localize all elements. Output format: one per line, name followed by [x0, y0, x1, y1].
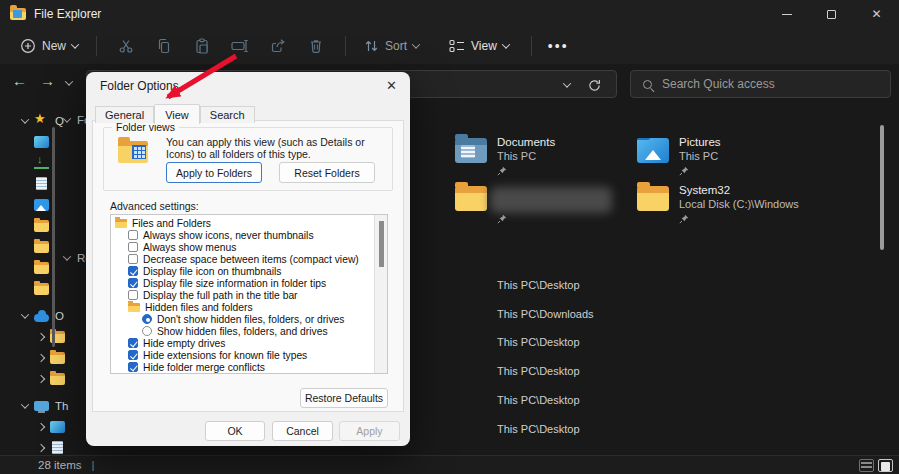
expander-chevron-icon[interactable]: [38, 445, 50, 451]
setting-control-icon[interactable]: [128, 254, 138, 264]
delete-button[interactable]: [297, 38, 335, 54]
advanced-setting-row[interactable]: Decrease space between items (compact vi…: [111, 253, 375, 265]
recent-file-location[interactable]: This PC\Desktop: [497, 394, 580, 406]
apply-button[interactable]: Apply: [339, 421, 400, 441]
setting-control-icon[interactable]: [128, 350, 138, 360]
setting-control-icon[interactable]: [128, 242, 138, 252]
setting-control-icon[interactable]: [128, 362, 138, 372]
pin-icon: [679, 214, 689, 224]
content-scrollbar[interactable]: [880, 125, 884, 250]
setting-label: Hide folder merge conflicts: [143, 362, 265, 373]
advanced-setting-row[interactable]: Hidden files and folders: [111, 301, 375, 313]
toolbar-divider: [345, 36, 346, 56]
forward-button[interactable]: →: [40, 72, 55, 89]
reset-folders-button[interactable]: Reset Folders: [279, 162, 375, 183]
search-icon: [643, 80, 652, 89]
dialog-tab[interactable]: View: [154, 104, 200, 124]
maximize-button[interactable]: [809, 0, 854, 28]
setting-control-icon[interactable]: [128, 278, 138, 288]
advanced-setting-row[interactable]: Show hidden files, folders, and drives: [111, 325, 375, 337]
setting-control-icon[interactable]: [128, 290, 138, 300]
share-button[interactable]: [259, 38, 297, 54]
sidebar-item-icon: [34, 136, 49, 148]
setting-label: Hide empty drives: [143, 338, 225, 349]
copy-button[interactable]: [145, 38, 183, 54]
advanced-setting-row[interactable]: Always show icons, never thumbnails: [111, 229, 375, 241]
advanced-setting-row[interactable]: Display the full path in the title bar: [111, 289, 375, 301]
status-divider: |: [91, 459, 94, 471]
expander-chevron-icon[interactable]: [22, 313, 34, 319]
advanced-setting-row[interactable]: Don't show hidden files, folders, or dri…: [111, 313, 375, 325]
setting-label: Show hidden files, folders, and drives: [157, 326, 328, 337]
advanced-setting-row[interactable]: Files and Folders: [111, 217, 375, 229]
advanced-setting-row[interactable]: Always show menus: [111, 241, 375, 253]
close-button[interactable]: ✕: [854, 0, 899, 28]
details-view-toggle[interactable]: [859, 459, 874, 472]
sort-button[interactable]: Sort: [356, 33, 427, 59]
copy-icon: [156, 38, 172, 54]
advanced-setting-row[interactable]: [111, 373, 375, 374]
setting-control-icon[interactable]: [115, 219, 127, 228]
advanced-setting-row[interactable]: Hide extensions for known file types: [111, 349, 375, 361]
minimize-button[interactable]: [764, 0, 809, 28]
folder-tile-name: Pictures: [679, 136, 721, 148]
paste-button[interactable]: [183, 38, 221, 54]
advanced-setting-row[interactable]: Hide folder merge conflicts: [111, 361, 375, 373]
restore-defaults-button[interactable]: Restore Defaults: [300, 388, 388, 408]
folder-app-icon: [10, 8, 26, 20]
setting-control-icon[interactable]: [128, 266, 138, 276]
refresh-icon[interactable]: [587, 78, 602, 93]
setting-label: Files and Folders: [132, 218, 211, 229]
dialog-close-icon[interactable]: ✕: [386, 78, 397, 93]
cut-button[interactable]: [107, 38, 145, 54]
recent-locations-chevron-icon[interactable]: [65, 77, 73, 85]
large-icons-view-toggle[interactable]: [878, 459, 893, 472]
sidebar-scrollbar[interactable]: [52, 127, 55, 347]
recent-file-location[interactable]: This PC\Downloads: [497, 308, 594, 320]
recent-file-location[interactable]: This PC\Desktop: [497, 423, 580, 435]
advanced-setting-row[interactable]: Display file icon on thumbnails: [111, 265, 375, 277]
list-scrollbar-thumb[interactable]: [379, 221, 384, 267]
folder-tile[interactable]: System32 Local Disk (C:)\Windows: [637, 184, 817, 232]
folder-tile[interactable]: Documents This PC: [455, 136, 635, 184]
setting-control-icon[interactable]: [142, 326, 152, 336]
advanced-setting-row[interactable]: Display file size information in folder …: [111, 277, 375, 289]
see-more-button[interactable]: •••: [548, 38, 569, 54]
recent-file-location[interactable]: This PC\Desktop: [497, 365, 580, 377]
cancel-button[interactable]: Cancel: [272, 421, 333, 441]
recent-file-location[interactable]: This PC\Desktop: [497, 336, 580, 348]
setting-control-icon[interactable]: [128, 338, 138, 348]
rename-button[interactable]: [221, 38, 259, 54]
sidebar-item-icon: [34, 314, 49, 322]
expander-chevron-icon[interactable]: [38, 376, 50, 382]
setting-control-icon[interactable]: [142, 314, 152, 324]
ok-button[interactable]: OK: [205, 421, 265, 441]
folder-views-group: Folder views You can apply this view (su…: [103, 127, 393, 191]
apply-to-folders-button[interactable]: Apply to Folders: [166, 162, 262, 183]
address-dropdown-chevron-icon[interactable]: [563, 79, 571, 87]
setting-control-icon[interactable]: [128, 230, 138, 240]
setting-label: Decrease space between items (compact vi…: [143, 254, 359, 265]
dialog-tab[interactable]: Search: [200, 106, 255, 123]
setting-control-icon[interactable]: [128, 303, 140, 312]
expander-chevron-icon[interactable]: [38, 334, 50, 340]
expander-chevron-icon[interactable]: [38, 424, 50, 430]
advanced-setting-row[interactable]: Hide empty drives: [111, 337, 375, 349]
expander-chevron-icon[interactable]: [22, 403, 34, 409]
expander-chevron-icon[interactable]: [22, 118, 34, 124]
search-input[interactable]: Search Quick access: [630, 70, 891, 98]
chevron-down-icon: [412, 40, 420, 48]
view-button[interactable]: View: [441, 33, 517, 59]
recent-file-location[interactable]: This PC\Desktop: [497, 279, 580, 291]
folder-tile[interactable]: [455, 184, 635, 232]
dialog-tab[interactable]: General: [95, 106, 154, 123]
folder-tile[interactable]: Pictures This PC: [637, 136, 817, 184]
new-button[interactable]: New: [12, 32, 86, 60]
chevron-down-icon: [71, 40, 79, 48]
setting-label: Always show menus: [143, 242, 236, 253]
list-scrollbar[interactable]: [374, 215, 387, 373]
toolbar-divider: [531, 36, 532, 56]
expander-chevron-icon[interactable]: [38, 355, 50, 361]
back-button[interactable]: ←: [12, 72, 27, 89]
minimize-icon: [782, 14, 792, 15]
